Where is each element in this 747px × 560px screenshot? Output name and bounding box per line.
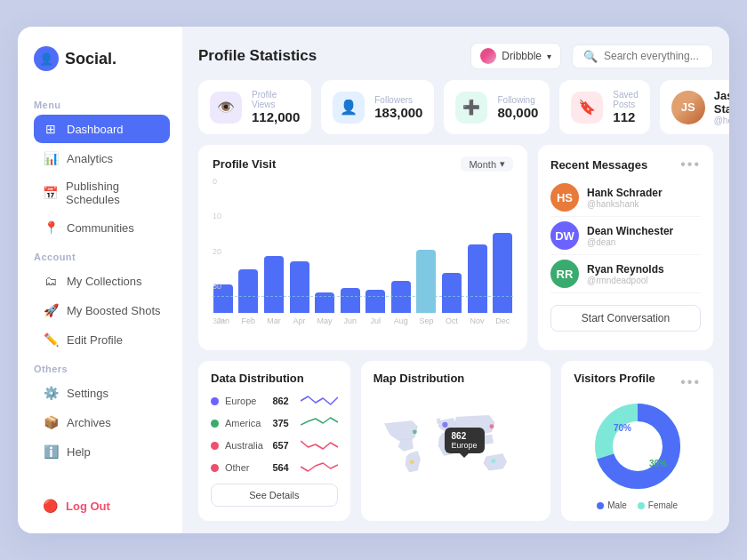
sidebar-item-label: Dashboard [67,123,124,136]
visitors-title: Visitors Profile [574,372,655,385]
collections-icon: 🗂 [43,273,59,289]
chart-bar [391,281,411,313]
dist-dot [211,464,219,472]
dist-label: Australia [225,440,266,451]
following-icon-wrap: ➕ [455,92,487,124]
chevron-down-icon: ▾ [547,52,551,61]
msg-name: Dean Winchester [587,225,673,237]
sidebar-item-label: Help [67,445,91,459]
chart-bar-group: Jun [340,177,361,325]
profile-views-icon-wrap: 👁️ [210,92,242,124]
stat-label-profile-views: Profile Views [252,90,300,109]
sidebar: 👤 Social. Menu ⊞ Dashboard 📊 Analytics 📅… [18,27,182,533]
dist-item: Other 564 [211,459,338,476]
messages-more-icon[interactable]: ••• [680,156,701,172]
chart-bar [290,261,309,313]
stats-row: 👁️ Profile Views 112,000 👤 Followers 183… [198,80,650,134]
sidebar-item-analytics[interactable]: 📊 Analytics [34,144,170,172]
sidebar-item-help[interactable]: ℹ️ Help [34,437,170,466]
female-dot [638,502,645,509]
sidebar-item-profile[interactable]: ✏️ Edit Profile [34,325,170,354]
header: Profile Statistics Dribbble ▾ 🔍 [198,43,713,69]
chart-bar [442,273,462,313]
chart-bar-group: Jul [365,177,386,325]
male-legend: Male [597,500,627,510]
sidebar-item-dashboard[interactable]: ⊞ Dashboard [34,115,170,143]
dist-dot [211,397,219,405]
chart-bar-label: Aug [394,316,408,325]
start-conversation-button[interactable]: Start Conversation [550,305,701,332]
sidebar-item-label: My Boosted Shots [67,304,161,317]
dist-sparkline [301,436,338,454]
chart-bar [341,288,360,313]
settings-icon: ⚙️ [43,385,59,401]
chart-bar-group: Feb [238,177,260,325]
logout-button[interactable]: 🔴 Log Out [34,492,170,519]
user-avatar: JS [671,91,705,124]
sidebar-item-collections[interactable]: 🗂 My Collections [34,267,170,295]
chart-bar-label: Nov [470,316,485,325]
header-right: Dribbble ▾ 🔍 [470,43,713,69]
visitors-more-icon[interactable]: ••• [680,374,701,390]
svg-point-1 [413,429,417,434]
platform-label: Dribbble [502,50,542,62]
message-item[interactable]: RR Ryan Reynolds @rmndeadpool [550,255,701,293]
user-name: Jason Statham [714,89,729,116]
see-details-button[interactable]: See Details [211,484,338,507]
msg-handle: @rmndeadpool [587,276,664,285]
chart-bar-label: Dec [495,316,510,325]
account-section-label: Account [34,252,170,262]
stat-card-profile-views: 👁️ Profile Views 112,000 [198,80,311,134]
sidebar-item-archives[interactable]: 📦 Archives [34,408,170,436]
sidebar-item-communities[interactable]: 📍 Communities [34,213,170,242]
data-distribution-card: Data Distribution Europe 862 America 375… [198,361,350,521]
chart-bar [365,290,385,313]
user-avatar-initials: JS [681,100,695,114]
msg-avatar: RR [550,260,579,288]
chart-bar-label: Jun [343,316,357,325]
sidebar-item-settings[interactable]: ⚙️ Settings [34,379,170,407]
search-box[interactable]: 🔍 [572,44,713,68]
sidebar-item-label: Archives [67,416,111,429]
chart-bar-group: May [314,177,335,325]
chart-bar-group: Apr [289,177,310,325]
stat-info-following: Following 80,000 [497,95,538,120]
stat-value-profile-views: 112,000 [252,109,300,124]
dist-item: Europe 862 [211,392,338,410]
msg-info: Hank Schrader @hankshank [587,187,663,209]
stat-label-following: Following [497,95,538,105]
sidebar-item-label: Settings [67,387,108,400]
sidebar-item-label: Analytics [67,152,113,165]
dist-sparkline [301,459,338,476]
chart-dashed-line [213,296,513,297]
sidebar-item-publishing[interactable]: 📅 Publishing Schedules [34,173,170,212]
saved-posts-icon: 🔖 [578,99,596,116]
male-label: Male [607,500,627,510]
stat-card-followers: 👤 Followers 183,000 [321,80,434,134]
dist-label: Other [225,462,266,473]
message-item[interactable]: HS Hank Schrader @hankshank [550,179,701,217]
chart-bar-group: Oct [441,177,462,325]
male-dot [597,502,604,509]
chart-filter[interactable]: Month ▾ [461,156,513,172]
msg-name: Hank Schrader [587,187,663,199]
dist-label: America [225,418,266,428]
user-card: JS Jason Statham @heyjason [660,80,729,134]
platform-selector[interactable]: Dribbble ▾ [470,43,561,69]
dashboard-icon: ⊞ [43,121,59,137]
publishing-icon: 📅 [43,185,58,201]
stat-info-saved-posts: Saved Posts 112 [613,90,638,124]
chevron-down-icon: ▾ [500,158,505,170]
msg-info: Ryan Reynolds @rmndeadpool [587,263,664,285]
following-icon: ➕ [462,99,480,116]
archives-icon: 📦 [43,414,59,430]
dist-value: 375 [272,418,288,428]
data-dist-title: Data Distribution [211,372,338,385]
saved-posts-icon-wrap: 🔖 [571,92,603,124]
message-item[interactable]: DW Dean Winchester @dean [550,217,701,255]
search-input[interactable] [604,50,702,62]
sidebar-item-boosted[interactable]: 🚀 My Boosted Shots [34,296,170,324]
msg-handle: @dean [587,237,673,247]
visitors-card: Visitors Profile ••• 70% 30% [561,361,713,521]
help-icon: ℹ️ [43,444,59,460]
